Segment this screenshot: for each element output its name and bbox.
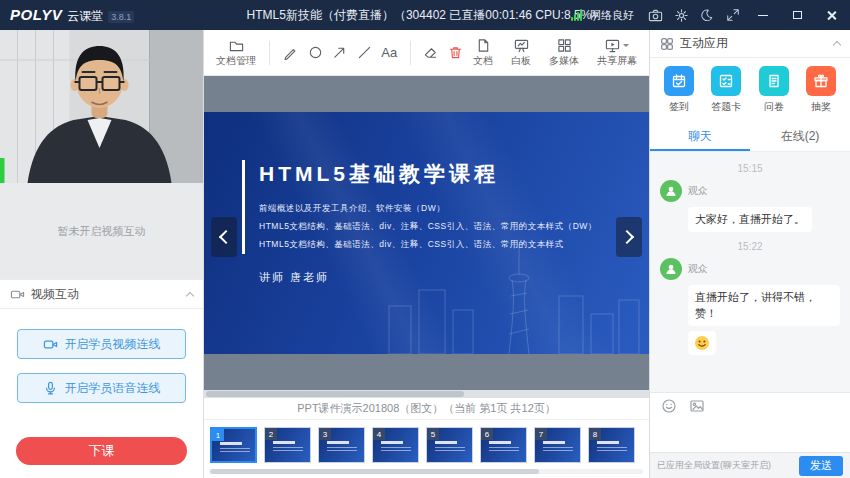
chat-emoji-bubble: [688, 331, 716, 355]
product-name: 云课堂: [67, 8, 103, 25]
thumbnail-page-number: 6: [481, 428, 493, 440]
signin-icon: [664, 66, 694, 96]
apps-grid-icon: [660, 37, 674, 51]
app-label: 抽奖: [811, 100, 831, 114]
emoji-picker-icon[interactable]: [660, 397, 678, 415]
app-lottery[interactable]: 抽奖: [806, 66, 836, 122]
chevron-down-icon: [623, 44, 629, 50]
mini-mode-icon[interactable]: [724, 5, 742, 25]
slide-thumbnail-7[interactable]: 7: [534, 427, 581, 463]
slide-thumbnail-5[interactable]: 5: [426, 427, 473, 463]
slide-bullet: HTML5文档结构、基础语法、div、注释、CSS引入、语法、常用的文本样式（D…: [259, 218, 649, 236]
circle-tool-button[interactable]: [304, 40, 327, 66]
network-signal-icon: [571, 9, 582, 21]
text-tool-button[interactable]: Aa: [378, 40, 401, 66]
slide-thumbnail-3[interactable]: 3: [318, 427, 365, 463]
chat-bubble: 直播开始了，讲得不错，赞！: [688, 285, 840, 326]
next-slide-button[interactable]: [616, 217, 642, 257]
minimize-button[interactable]: [750, 0, 776, 30]
mode-document-button[interactable]: 文档: [469, 38, 497, 68]
clear-annotations-button[interactable]: [444, 40, 467, 66]
viewer-name: 观众: [688, 262, 708, 276]
multimedia-grid-icon: [557, 38, 572, 53]
thumbnail-page-number: 8: [589, 428, 601, 440]
audio-level-indicator: [0, 158, 5, 183]
slide-thumbnail-1[interactable]: 1: [210, 427, 257, 463]
image-upload-icon[interactable]: [688, 397, 706, 415]
toolbar-divider: [410, 41, 411, 65]
chevron-up-icon: [186, 291, 194, 299]
circle-icon: [308, 45, 323, 60]
line-icon: [357, 45, 372, 60]
presentation-panel: 文档管理 Aa: [204, 30, 650, 478]
close-button[interactable]: [818, 0, 844, 30]
app-label: 签到: [669, 100, 689, 114]
start-student-audio-button[interactable]: 开启学员语音连线: [17, 373, 186, 403]
slide-horizontal-scrollbar[interactable]: [204, 390, 649, 398]
webcam-icon: [43, 337, 58, 352]
doc-manage-button[interactable]: 文档管理: [212, 38, 260, 68]
connection-buttons: 开启学员视频连线 开启学员语音连线: [0, 309, 203, 403]
tab-online[interactable]: 在线(2): [750, 122, 850, 151]
previous-slide-button[interactable]: [211, 217, 237, 257]
thumbnail-scrollbar[interactable]: [210, 469, 643, 474]
slide-lecturer: 讲师 唐老师: [259, 270, 649, 285]
viewer-avatar: [660, 180, 682, 202]
apps-row: 签到答题卡问卷抽奖: [650, 58, 850, 122]
app-signin[interactable]: 签到: [664, 66, 694, 122]
brand: POLYV 云课堂 3.8.1: [0, 6, 134, 25]
current-slide: HTML5基础教学课程 前端概述以及开发工具介绍、软件安装（DW） HTML5文…: [204, 112, 649, 354]
screen-share-icon: [605, 38, 620, 53]
chevron-up-icon: [833, 41, 841, 49]
slide-bullet: HTML5文档结构、基础语法、div、注释、CSS引入、语法、常用的文本样式: [259, 236, 649, 254]
version-badge: 3.8.1: [108, 11, 134, 23]
slide-thumbnail-8[interactable]: 8: [588, 427, 635, 463]
mode-switch-tools: 文档 白板 多媒体 共享屏幕: [469, 38, 641, 68]
thumbnail-page-number: 4: [373, 428, 385, 440]
microphone-icon: [43, 381, 58, 396]
tab-chat[interactable]: 聊天: [650, 122, 750, 151]
survey-icon: [759, 66, 789, 96]
line-tool-button[interactable]: [353, 40, 376, 66]
app-answer-card[interactable]: 答题卡: [711, 66, 741, 122]
left-panel: 暂未开启视频互动 视频互动 开启学员视频连线 开启学员语音连线 下课: [0, 30, 204, 478]
chat-timestamp: 15:15: [650, 163, 850, 174]
maximize-button[interactable]: [784, 0, 810, 30]
app-survey[interactable]: 问卷: [759, 66, 789, 122]
document-icon: [476, 38, 491, 53]
thumbnail-page-number: 1: [212, 429, 224, 441]
pen-icon: [283, 45, 298, 60]
pen-tool-button[interactable]: [279, 40, 302, 66]
thumbnail-page-number: 7: [535, 428, 547, 440]
eraser-tool-button[interactable]: [420, 40, 443, 66]
end-class-button[interactable]: 下课: [16, 437, 187, 465]
send-button[interactable]: 发送: [799, 456, 843, 476]
ppt-caption: PPT课件演示201808（图文）（当前 第1页 共12页）: [204, 398, 649, 420]
mode-screen-share-button[interactable]: 共享屏幕: [593, 38, 641, 68]
titlebar: POLYV 云课堂 3.8.1 HTML5新技能（付费直播）（304402 已直…: [0, 0, 850, 30]
screenshot-icon[interactable]: [646, 5, 664, 25]
interactive-apps-header[interactable]: 互动应用: [650, 30, 850, 58]
chat-message: 观众直播开始了，讲得不错，赞！: [650, 258, 850, 355]
app-label: 问卷: [764, 100, 784, 114]
slide-thumbnail-2[interactable]: 2: [264, 427, 311, 463]
chat-input[interactable]: [650, 418, 850, 452]
chat-message: 观众大家好，直播开始了。: [650, 180, 850, 232]
folder-icon: [228, 38, 245, 53]
do-not-disturb-moon-icon[interactable]: [698, 5, 716, 25]
start-student-video-button[interactable]: 开启学员视频连线: [17, 329, 186, 359]
app-label: 答题卡: [711, 100, 741, 114]
slide-bullet: 前端概述以及开发工具介绍、软件安装（DW）: [259, 200, 649, 218]
slide-thumbnail-6[interactable]: 6: [480, 427, 527, 463]
whiteboard-icon: [514, 38, 529, 53]
eraser-icon: [423, 45, 438, 60]
chat-message-list: 15:15观众大家好，直播开始了。15:22观众直播开始了，讲得不错，赞！: [650, 152, 850, 392]
mode-whiteboard-button[interactable]: 白板: [507, 38, 535, 68]
video-interaction-section-header[interactable]: 视频互动: [0, 279, 203, 309]
slide-stage: HTML5基础教学课程 前端概述以及开发工具介绍、软件安装（DW） HTML5文…: [204, 76, 649, 398]
arrow-tool-button[interactable]: [328, 40, 351, 66]
settings-gear-icon[interactable]: [672, 5, 690, 25]
thumbnail-page-number: 5: [427, 428, 439, 440]
slide-thumbnail-4[interactable]: 4: [372, 427, 419, 463]
mode-multimedia-button[interactable]: 多媒体: [545, 38, 583, 68]
